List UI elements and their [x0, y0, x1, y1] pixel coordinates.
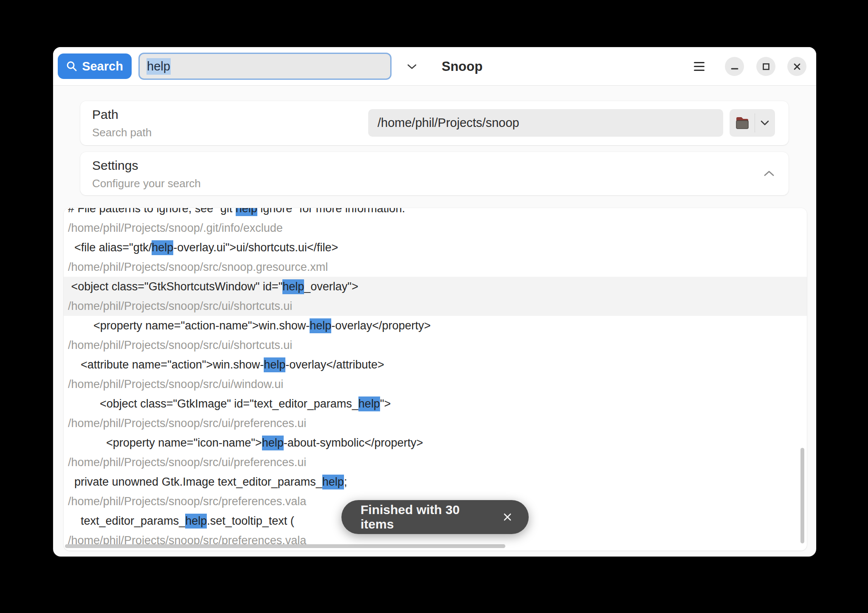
match-text-after: -overlay</property>: [331, 319, 431, 332]
result-row[interactable]: # File patterns to ignore, see `git help…: [64, 208, 807, 238]
result-file-path: /home/phil/Projects/snoop/src/snoop.gres…: [68, 257, 807, 277]
toast-label: Finished with 30 items: [361, 503, 496, 531]
match-text-after: -about-symbolic</property>: [284, 436, 423, 450]
search-path-field[interactable]: /home/phil/Projects/snoop: [368, 109, 723, 137]
match-line: <file alias="gtk/help-overlay.ui">ui/sho…: [68, 238, 807, 257]
search-options-dropdown-button[interactable]: [400, 57, 424, 76]
results-list: # File patterns to ignore, see `git help…: [64, 208, 807, 550]
match-text-before: <file alias="gtk/: [68, 241, 152, 254]
search-results-panel: # File patterns to ignore, see `git help…: [64, 208, 807, 551]
primary-menu-button[interactable]: [688, 57, 710, 76]
window-title: Snoop: [442, 47, 482, 86]
path-dropdown-button[interactable]: [755, 109, 775, 137]
headerbar: Search help Snoop: [53, 47, 816, 86]
match-text-before: <property name="action-name">win.show-: [68, 319, 310, 332]
search-input-selected-text: help: [147, 58, 171, 75]
vertical-scrollbar[interactable]: [800, 448, 804, 543]
match-text-before: text_editor_params_: [68, 515, 185, 528]
toast-notification: Finished with 30 items: [341, 500, 529, 534]
search-path-value: /home/phil/Projects/snoop: [378, 116, 519, 130]
match-line: <object class="GtkImage" id="text_editor…: [68, 394, 807, 413]
close-icon: [793, 62, 801, 71]
settings-title: Settings: [92, 158, 201, 173]
horizontal-scrollbar[interactable]: [65, 544, 505, 548]
toast-close-button[interactable]: [496, 505, 519, 529]
result-row[interactable]: <object class="GtkImage" id="text_editor…: [64, 394, 807, 433]
path-title: Path: [92, 107, 152, 122]
match-text-before: <attribute name="action">win.show-: [68, 358, 264, 371]
match-line: private unowned Gtk.Image text_editor_pa…: [68, 472, 807, 492]
match-text-after: .set_tooltip_text (: [207, 515, 294, 528]
match-text-after: _overlay">: [304, 280, 358, 293]
settings-titles: Settings Configure your search: [92, 158, 201, 190]
hamburger-menu-icon: [694, 62, 705, 71]
snoop-window: Search help Snoop: [53, 47, 816, 557]
result-file-path: /home/phil/Projects/snoop/src/ui/shortcu…: [68, 296, 807, 316]
result-file-path: /home/phil/Projects/snoop/src/ui/prefere…: [68, 453, 807, 472]
match-text-before: # File patterns to ignore, see `git: [68, 208, 236, 215]
search-input[interactable]: help: [138, 53, 392, 80]
close-icon: [502, 512, 513, 522]
match-highlight: help: [358, 396, 380, 411]
match-text-before: private unowned Gtk.Image text_editor_pa…: [68, 475, 322, 489]
match-highlight: help: [236, 208, 257, 216]
match-text-before: <property name="icon-name">: [68, 436, 262, 450]
match-text-before: <object class="GtkImage" id="text_editor…: [68, 397, 358, 411]
maximize-button[interactable]: [756, 57, 775, 76]
match-highlight: help: [264, 357, 285, 372]
result-row[interactable]: <property name="icon-name">help-about-sy…: [64, 433, 807, 472]
match-text-before: <object class="GtkShortcutsWindow" id=": [68, 280, 282, 293]
path-subtitle: Search path: [92, 126, 152, 139]
match-highlight: help: [152, 240, 173, 255]
result-row[interactable]: <property name="action-name">win.show-he…: [64, 316, 807, 355]
match-highlight: help: [185, 514, 207, 529]
match-text-after: ">: [380, 397, 391, 411]
path-setting-row: Path Search path /home/phil/Projects/sno…: [80, 101, 789, 145]
settings-subtitle: Configure your search: [92, 177, 201, 190]
match-highlight: help: [310, 318, 331, 333]
match-text-after: -overlay.ui">ui/shortcuts.ui</file>: [173, 241, 338, 254]
chevron-down-icon: [406, 63, 417, 70]
minimize-button[interactable]: [725, 57, 744, 76]
match-line: <object class="GtkShortcutsWindow" id="h…: [68, 277, 807, 296]
match-text-after: ignore` for more information.: [257, 208, 405, 215]
match-line: <property name="icon-name">help-about-sy…: [68, 433, 807, 453]
match-line: <attribute name="action">win.show-help-o…: [68, 355, 807, 374]
result-row[interactable]: <object class="GtkShortcutsWindow" id="h…: [64, 277, 807, 316]
match-highlight: help: [262, 436, 284, 450]
maximize-icon: [762, 62, 770, 71]
folder-icon: [735, 116, 750, 130]
result-file-path: /home/phil/Projects/snoop/src/ui/prefere…: [68, 413, 807, 433]
match-text-after: -overlay</attribute>: [285, 358, 384, 371]
settings-collapse-button[interactable]: [757, 164, 781, 183]
match-line: <property name="action-name">win.show-he…: [68, 316, 807, 335]
result-file-path: /home/phil/Projects/snoop/src/ui/window.…: [68, 374, 807, 394]
path-picker-split-button: [730, 109, 775, 137]
result-file-path: /home/phil/Projects/snoop/src/ui/shortcu…: [68, 335, 807, 355]
folder-picker-button[interactable]: [730, 109, 755, 137]
result-row[interactable]: <attribute name="action">win.show-help-o…: [64, 355, 807, 394]
search-button-label: Search: [82, 59, 123, 73]
result-file-path: /home/phil/Projects/snoop/.git/info/excl…: [68, 218, 807, 238]
magnifier-icon: [66, 61, 77, 72]
result-row[interactable]: <file alias="gtk/help-overlay.ui">ui/sho…: [64, 238, 807, 277]
match-highlight: help: [282, 279, 304, 294]
path-titles: Path Search path: [92, 107, 152, 139]
settings-row[interactable]: Settings Configure your search: [80, 152, 789, 195]
close-button[interactable]: [787, 57, 806, 76]
search-button[interactable]: Search: [58, 53, 132, 79]
minimize-icon: [730, 62, 739, 71]
match-line: # File patterns to ignore, see `git help…: [68, 208, 807, 218]
chevron-up-icon: [763, 170, 775, 177]
match-highlight: help: [322, 475, 344, 489]
desktop-background: Search help Snoop: [0, 0, 868, 613]
match-text-after: ;: [344, 475, 347, 489]
chevron-down-icon: [760, 120, 770, 126]
